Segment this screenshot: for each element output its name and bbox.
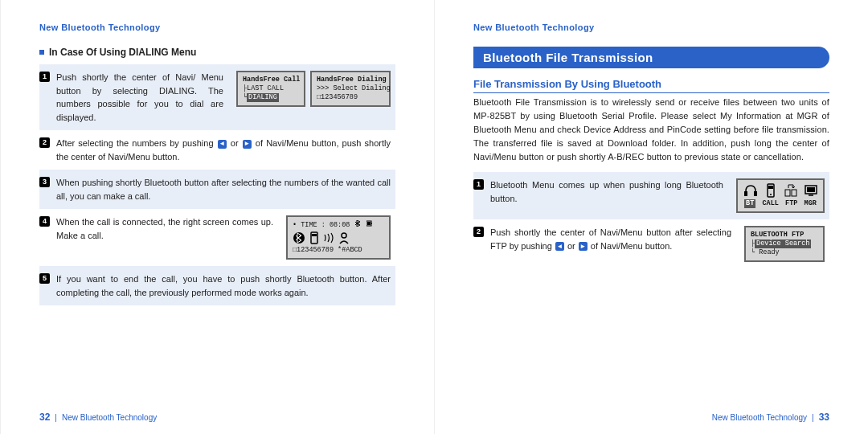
lcd-row: □123456789 — [317, 93, 384, 102]
step-4: 4 When the call is connected, the right … — [39, 209, 395, 266]
signal-waves-icon — [323, 231, 334, 244]
lcd-bluetooth-ftp: BLUETOOTH FTP ├Device Search └ Ready — [744, 226, 825, 262]
step-2: 2 Push shortly the center of Navi/Menu b… — [473, 219, 829, 268]
lcd-title: HandsFree Call — [243, 76, 299, 84]
lcd-call-connected: • TIME : 08:08 □123456789 *#ABCD — [286, 215, 391, 260]
bullet-icon — [39, 50, 44, 55]
page-footer-left: 32 | New Bluetooth Technology — [39, 411, 157, 423]
page-footer-right: New Bluetooth Technology | 33 — [712, 411, 829, 423]
next-icon: ► — [579, 242, 588, 251]
step-number: 3 — [39, 177, 50, 187]
footer-text: New Bluetooth Technology — [712, 413, 807, 422]
svg-rect-10 — [768, 186, 773, 189]
lcd-label-row: BT CALL FTP MGR — [743, 199, 818, 208]
lcd-handsfree-dialing: HandsFree Dialing >>> Select Dialing □12… — [310, 71, 391, 107]
svg-point-6 — [342, 233, 346, 238]
page-number: 33 — [819, 411, 829, 423]
lcd-bt-menu: BT CALL FTP MGR — [736, 178, 825, 213]
svg-rect-15 — [807, 187, 815, 192]
step-1: 1 Bluetooth Menu comes up when pushing l… — [473, 172, 829, 219]
step-text: Push shortly the center of Navi/Menu but… — [490, 226, 731, 252]
next-icon: ► — [243, 140, 252, 149]
person-icon — [338, 231, 350, 244]
step-text: Push shortly the center of Navi/ Menu bu… — [56, 71, 223, 124]
page-left: New Bluetooth Technology In Case Of Usin… — [0, 0, 434, 434]
lcd-icon-row — [293, 230, 384, 246]
transfer-icon — [784, 183, 798, 198]
step-number: 2 — [473, 227, 484, 237]
lcd-row: └ Ready — [751, 248, 818, 257]
lcd-row: ├Device Search — [751, 240, 818, 248]
svg-rect-7 — [744, 191, 747, 196]
step-2: 2 After selecting the numbers by pushing… — [39, 130, 395, 170]
page-header: New Bluetooth Technology — [473, 23, 829, 32]
steps-right: 1 Bluetooth Menu comes up when pushing l… — [473, 172, 829, 268]
bluetooth-icon — [354, 220, 362, 227]
prev-icon: ◄ — [555, 242, 564, 251]
lcd-row: ├LAST CALL — [243, 84, 299, 93]
svg-rect-13 — [792, 190, 796, 196]
footer-text: New Bluetooth Technology — [62, 413, 157, 422]
step-5: 5 If you want to end the call, you have … — [39, 266, 395, 305]
svg-rect-8 — [754, 191, 757, 196]
subhead-text: In Case Of Using DIALING Menu — [49, 47, 196, 58]
step-number: 5 — [39, 273, 50, 284]
lcd-illustration-ftp: BLUETOOTH FTP ├Device Search └ Ready — [744, 226, 825, 262]
section-bar: Bluetooth File Transmission — [473, 47, 829, 68]
steps-left: 1 Push shortly the center of Navi/ Menu … — [39, 64, 395, 305]
step-3: 3 When pushing shortly Bluetooth button … — [39, 170, 395, 209]
screen-icon — [804, 183, 818, 198]
lcd-row: >>> Select Dialing — [317, 84, 384, 93]
headset-icon — [743, 183, 758, 198]
svg-rect-5 — [312, 234, 317, 236]
step-text: If you want to end the call, you have to… — [56, 272, 391, 299]
svg-rect-2 — [367, 222, 371, 225]
lcd-illustration-1: HandsFree Call ├LAST CALL └DIALING Hands… — [236, 71, 391, 107]
battery-icon — [366, 220, 373, 227]
lcd-icon-row — [743, 183, 818, 199]
step-number: 1 — [39, 72, 50, 82]
step-text: After selecting the numbers by pushing ◄… — [56, 137, 391, 163]
lcd-row: └DIALING — [243, 93, 299, 102]
svg-point-11 — [770, 194, 772, 195]
page-header: New Bluetooth Technology — [39, 23, 395, 32]
lcd-title: BLUETOOTH FTP — [751, 231, 818, 240]
lcd-handsfree-call: HandsFree Call ├LAST CALL └DIALING — [236, 71, 305, 107]
phone-icon — [764, 183, 778, 198]
subhead-dialing: In Case Of Using DIALING Menu — [39, 47, 395, 58]
step-number: 2 — [39, 137, 50, 148]
page-number: 32 — [39, 411, 50, 423]
intro-paragraph: Bluetooth File Transmission is to wirele… — [473, 96, 829, 164]
lcd-title: HandsFree Dialing — [317, 76, 384, 84]
lcd-illustration-bt-menu: BT CALL FTP MGR — [736, 178, 825, 213]
lcd-number-row: □123456789 *#ABCD — [293, 246, 384, 255]
phone-icon — [309, 231, 319, 244]
lcd-time-row: • TIME : 08:08 — [293, 220, 384, 230]
svg-rect-1 — [371, 223, 372, 224]
step-number: 4 — [39, 216, 50, 227]
step-text: When pushing shortly Bluetooth button af… — [56, 176, 391, 203]
svg-rect-12 — [785, 190, 790, 196]
step-text: When the call is connected, the right sc… — [56, 215, 273, 242]
footer-separator: | — [55, 413, 57, 422]
bluetooth-big-icon — [293, 231, 305, 244]
subhead-file-transmission: File Transmission By Using Bluetooth — [473, 78, 829, 93]
page-right: New Bluetooth Technology Bluetooth File … — [434, 0, 868, 434]
step-number: 1 — [473, 179, 484, 190]
lcd-illustration-4: • TIME : 08:08 □123456789 *#ABCD — [286, 215, 391, 260]
step-text: Bluetooth Menu comes up when pushing lon… — [490, 178, 723, 205]
footer-separator: | — [812, 413, 814, 422]
prev-icon: ◄ — [218, 140, 227, 149]
step-1: 1 Push shortly the center of Navi/ Menu … — [39, 64, 395, 130]
